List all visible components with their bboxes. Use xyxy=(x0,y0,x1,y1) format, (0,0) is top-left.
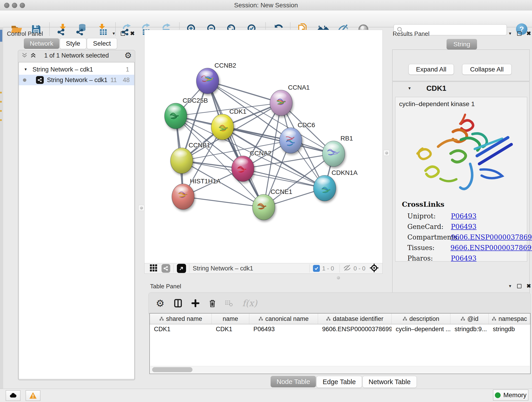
column-header-namespac[interactable]: namespac xyxy=(489,313,530,324)
network-panel-body: 1 of 1 Network selected ⚙ ▼ String Netwo… xyxy=(18,50,135,380)
maximize-panel-button[interactable] xyxy=(517,284,521,288)
crosslink-genecard[interactable]: P06493 xyxy=(451,223,476,230)
edge-count: 48 xyxy=(123,77,130,84)
node-label: CDC25B xyxy=(183,97,208,104)
bottom-splitter-handle[interactable] xyxy=(337,276,340,279)
close-panel-button[interactable]: ✖ xyxy=(130,31,135,36)
close-panel-button[interactable]: ✖ xyxy=(526,31,531,36)
tab-edge-table[interactable]: Edge Table xyxy=(317,376,362,388)
results-panel: Results Panel ▼ ✖ String Expand All Coll… xyxy=(389,29,532,273)
crosslink-label: Uniprot: xyxy=(407,212,451,220)
warning-icon xyxy=(29,392,37,400)
column-header-name[interactable]: name xyxy=(212,313,249,324)
network-node-CCNA2[interactable] xyxy=(232,156,254,182)
network-options-gear-icon[interactable]: ⚙ xyxy=(124,51,132,60)
network-edge[interactable] xyxy=(208,81,264,207)
network-edge[interactable] xyxy=(183,197,264,207)
tab-network[interactable]: Network xyxy=(24,38,59,49)
table-cell[interactable]: 9606.ENSP00000378699 xyxy=(318,324,392,334)
gene-collapse-caret-icon[interactable]: ▼ xyxy=(408,86,412,90)
show-columns-icon[interactable] xyxy=(172,297,184,310)
crosslink-label: Pharos: xyxy=(407,254,451,262)
tab-node-table[interactable]: Node Table xyxy=(271,376,316,387)
table-row[interactable]: CDK1CDK1P064939606.ENSP00000378699cyclin… xyxy=(150,324,530,334)
table-cell[interactable]: CDK1 xyxy=(150,324,212,334)
tab-network-table[interactable]: Network Table xyxy=(362,376,417,388)
table-cell[interactable]: stringdb:9... xyxy=(450,324,489,334)
left-splitter-handle[interactable] xyxy=(138,205,144,211)
network-canvas[interactable]: CCNB2CCNA1CDC25BCDK1CDC6RB1CCNB1CCNA2CDK… xyxy=(144,30,383,264)
table-panel-title: Table Panel xyxy=(150,283,181,290)
main-toolbar: ? xyxy=(0,11,532,27)
delete-column-icon[interactable] xyxy=(206,297,219,310)
fit-content-crosshair-icon[interactable] xyxy=(370,263,379,274)
network-node-CCNB1[interactable] xyxy=(171,148,193,173)
network-edge[interactable] xyxy=(243,169,325,188)
table-cell[interactable]: P06493 xyxy=(249,324,318,334)
network-node-CDK1[interactable] xyxy=(211,114,234,140)
column-header--id[interactable]: @id xyxy=(450,313,489,324)
network-node-RB1[interactable] xyxy=(322,141,345,167)
create-column-icon[interactable] xyxy=(189,297,202,310)
crosslink-compartments[interactable]: 9606.ENSP00000378699 xyxy=(451,233,532,241)
tab-string[interactable]: String xyxy=(447,39,477,50)
crosslink-uniprot[interactable]: P06493 xyxy=(451,212,476,220)
column-header-shared-name[interactable]: shared name xyxy=(150,313,212,324)
title-bar: Session: New Session xyxy=(0,0,532,11)
node-label: CDC6 xyxy=(298,121,315,128)
right-splitter-handle[interactable] xyxy=(384,150,389,156)
network-node-CCNE1[interactable] xyxy=(253,194,275,220)
network-node-CDC25B[interactable] xyxy=(165,103,187,129)
cytoscape-window: Session: New Session xyxy=(0,0,532,402)
network-row-selected[interactable]: String Network – cdk1 11 48 xyxy=(19,75,134,85)
network-node-CDKN1A[interactable] xyxy=(313,175,336,201)
hidden-eye-icon[interactable] xyxy=(343,264,351,273)
clear-table-icon[interactable] xyxy=(222,297,235,310)
table-settings-gear-icon[interactable]: ⚙ xyxy=(154,297,167,310)
collection-count: 1 xyxy=(126,66,129,73)
column-header-label: name xyxy=(223,315,238,322)
function-builder-icon[interactable]: f(x) xyxy=(239,297,260,310)
table-hscrollbar-thumb[interactable] xyxy=(152,367,192,372)
open-in-browser-icon[interactable] xyxy=(177,264,186,273)
network-node-CCNB2[interactable] xyxy=(196,68,219,94)
expand-all-button[interactable]: Expand All xyxy=(409,64,454,75)
tab-style[interactable]: Style xyxy=(60,38,86,49)
column-header-database-identifier[interactable]: database identifier xyxy=(318,313,392,324)
maximize-panel-button[interactable] xyxy=(517,32,521,36)
network-label: String Network – cdk1 xyxy=(47,77,108,84)
network-node-CCNA1[interactable] xyxy=(270,90,292,116)
float-panel-button[interactable]: ▼ xyxy=(112,32,116,36)
selected-nodes-checkbox[interactable] xyxy=(313,265,320,272)
table-cell[interactable]: CDK1 xyxy=(212,324,249,334)
birdseye-view-icon[interactable] xyxy=(150,264,157,273)
node-label: CCNB2 xyxy=(215,62,236,69)
column-header-canonical-name[interactable]: canonical name xyxy=(249,313,318,324)
node-label: CCNE1 xyxy=(271,188,292,195)
float-panel-button[interactable]: ▼ xyxy=(508,284,512,288)
table-hscrollbar[interactable] xyxy=(150,366,530,373)
column-header-description[interactable]: description xyxy=(392,313,450,324)
collapse-all-button[interactable]: Collapse All xyxy=(462,64,512,75)
control-panel-title: Control Panel xyxy=(7,30,43,37)
tree-collapse-caret-icon[interactable]: ▼ xyxy=(24,67,27,71)
maximize-panel-button[interactable] xyxy=(121,32,125,36)
network-node-HIST1H1A[interactable] xyxy=(172,184,194,210)
network-node-CDC6[interactable] xyxy=(279,128,302,153)
column-header-label: description xyxy=(409,315,439,322)
close-panel-button[interactable]: ✖ xyxy=(526,284,531,288)
cloud-button[interactable] xyxy=(6,390,20,401)
crosslink-tissues[interactable]: 9606.ENSP00000378699 xyxy=(450,244,532,252)
network-collection-row[interactable]: ▼ String Network – cdk1 1 xyxy=(19,64,134,75)
network-view-title: String Network – cdk1 xyxy=(193,265,253,272)
string-settings-icon[interactable] xyxy=(162,264,170,273)
string-network-icon xyxy=(36,76,44,84)
crosslinks-heading: CrossLinks xyxy=(402,200,444,208)
tab-select[interactable]: Select xyxy=(87,38,117,49)
crosslink-pharos[interactable]: P06493 xyxy=(451,254,476,262)
memory-button[interactable]: Memory xyxy=(493,390,528,401)
table-cell[interactable]: stringdb xyxy=(489,324,530,334)
table-cell[interactable]: cyclin–dependent ... xyxy=(392,324,450,334)
warnings-button[interactable] xyxy=(26,390,40,401)
float-panel-button[interactable]: ▼ xyxy=(508,32,512,36)
